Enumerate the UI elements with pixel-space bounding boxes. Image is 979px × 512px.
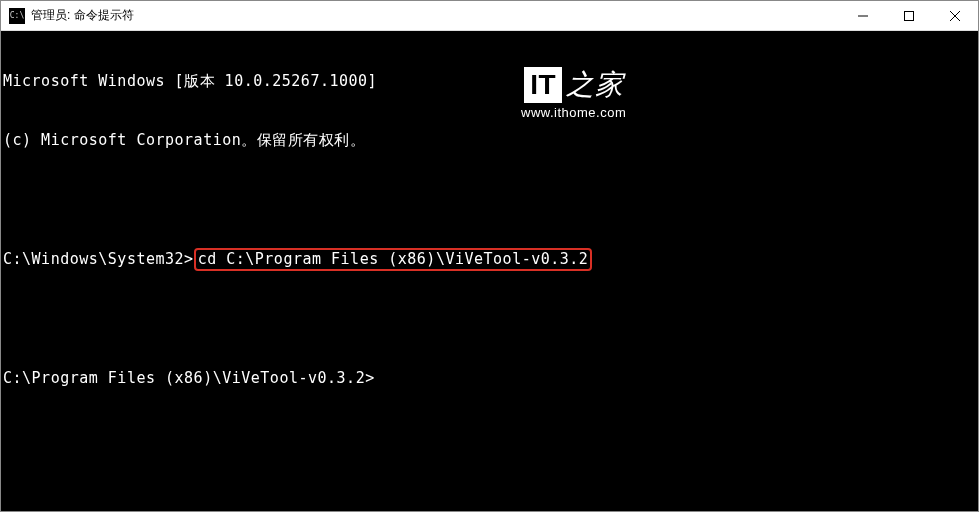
prompt-1: C:\Windows\System32> bbox=[3, 250, 194, 268]
version-line: Microsoft Windows [版本 10.0.25267.1000] bbox=[3, 72, 976, 92]
titlebar[interactable]: C:\ 管理员: 命令提示符 bbox=[1, 1, 978, 31]
watermark-text: 之家 bbox=[566, 67, 623, 103]
command-line-2: C:\Program Files (x86)\ViVeTool-v0.3.2> bbox=[3, 369, 976, 389]
command-line-1: C:\Windows\System32>cd C:\Program Files … bbox=[3, 248, 976, 272]
minimize-button[interactable] bbox=[840, 1, 886, 30]
copyright-line: (c) Microsoft Corporation。保留所有权利。 bbox=[3, 131, 976, 151]
command-prompt-window: C:\ 管理员: 命令提示符 Microsoft Windows [版本 10.… bbox=[0, 0, 979, 512]
terminal-area[interactable]: Microsoft Windows [版本 10.0.25267.1000] (… bbox=[1, 31, 978, 511]
maximize-button[interactable] bbox=[886, 1, 932, 30]
prompt-2: C:\Program Files (x86)\ViVeTool-v0.3.2> bbox=[3, 369, 375, 387]
window-title: 管理员: 命令提示符 bbox=[31, 7, 840, 24]
window-controls bbox=[840, 1, 978, 30]
close-button[interactable] bbox=[932, 1, 978, 30]
watermark-url: www.ithome.com bbox=[521, 105, 626, 122]
watermark-logo: IT 之家 bbox=[524, 67, 623, 103]
highlighted-command: cd C:\Program Files (x86)\ViVeTool-v0.3.… bbox=[194, 248, 593, 272]
watermark: IT 之家 www.ithome.com bbox=[521, 67, 626, 122]
watermark-it-badge: IT bbox=[524, 67, 562, 103]
app-icon: C:\ bbox=[9, 8, 25, 24]
svg-rect-1 bbox=[905, 11, 914, 20]
blank-line bbox=[3, 189, 976, 209]
blank-line-2 bbox=[3, 310, 976, 330]
